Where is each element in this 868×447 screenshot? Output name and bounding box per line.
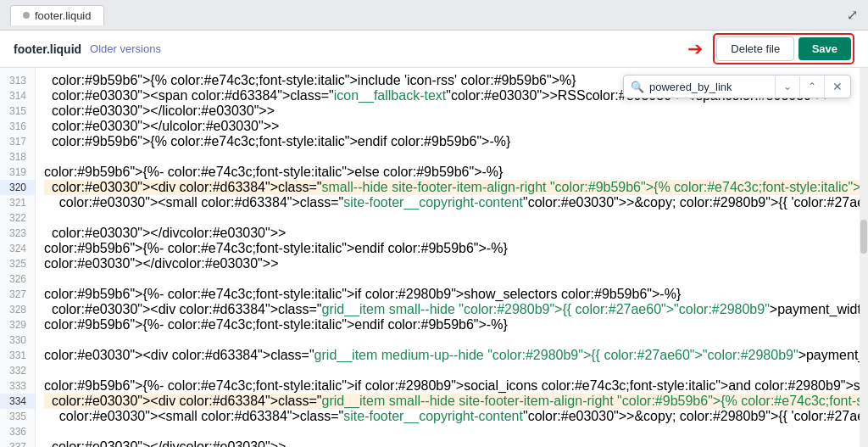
- save-button[interactable]: Save: [798, 37, 851, 60]
- scrollbar-track[interactable]: [860, 68, 868, 447]
- arrow-indicator: ➔: [687, 38, 703, 60]
- code-content[interactable]: color:#9b59b6">{% color:#e74c3c;font-sty…: [36, 68, 868, 447]
- search-prev-button[interactable]: ⌄: [775, 76, 799, 97]
- tab-label: footer.liquid: [35, 9, 92, 22]
- delete-file-button[interactable]: Delete file: [716, 36, 794, 61]
- code-editor[interactable]: 3133143153163173183193203213223233243253…: [0, 68, 868, 447]
- search-close-button[interactable]: ✕: [824, 75, 850, 98]
- top-bar-actions: ➔ Delete file Save: [687, 33, 854, 64]
- title-bar: footer.liquid ⤢: [0, 0, 868, 31]
- expand-icon[interactable]: ⤢: [847, 7, 858, 23]
- scrollbar-thumb[interactable]: [860, 220, 867, 254]
- modified-dot: [23, 12, 30, 19]
- top-bar: footer.liquid Older versions ➔ Delete fi…: [0, 31, 868, 68]
- file-tab[interactable]: footer.liquid: [10, 5, 104, 25]
- editor-area: 🔍 ⌄ ⌃ ✕ 31331431531631731831932032132232…: [0, 68, 868, 447]
- search-icon: 🔍: [631, 81, 644, 93]
- search-input[interactable]: [649, 81, 768, 93]
- search-next-button[interactable]: ⌃: [799, 76, 824, 97]
- save-btn-border: Delete file Save: [713, 33, 854, 64]
- line-numbers: 3133143153163173183193203213223233243253…: [0, 68, 36, 447]
- file-title: footer.liquid: [14, 42, 81, 56]
- search-bar: 🔍 ⌄ ⌃ ✕: [623, 75, 851, 98]
- search-input-wrap: 🔍: [624, 77, 775, 97]
- older-versions-link[interactable]: Older versions: [90, 42, 161, 55]
